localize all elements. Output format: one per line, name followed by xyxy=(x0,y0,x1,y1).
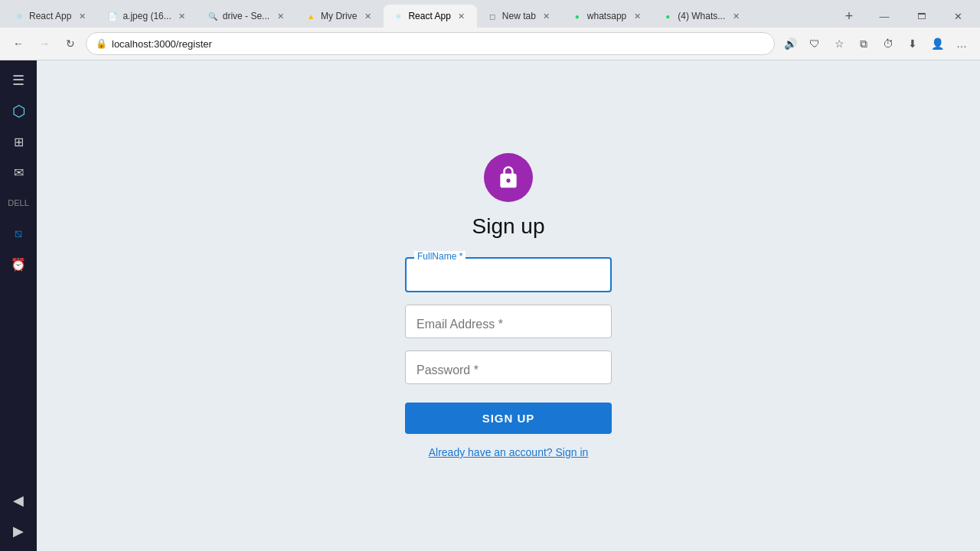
close-window-button[interactable]: ✕ xyxy=(940,5,975,27)
tab-favicon: ● xyxy=(572,11,583,21)
page-title: Sign up xyxy=(472,214,545,239)
signup-button[interactable]: SIGN UP xyxy=(405,403,612,434)
signin-link[interactable]: Already have an account? Sign in xyxy=(429,446,589,458)
sidebar-collapse-left[interactable]: ◀ xyxy=(5,487,32,514)
tab-favicon: 🔍 xyxy=(207,11,218,21)
tab-close-button[interactable]: ✕ xyxy=(361,10,374,22)
browser-shield-icon[interactable]: 🛡 xyxy=(804,33,825,54)
password-field-container xyxy=(405,350,612,384)
tab-close-button[interactable]: ✕ xyxy=(274,10,286,22)
browser-tab-react2[interactable]: ⚛ React App ✕ xyxy=(384,5,476,28)
dell-icon[interactable]: DELL xyxy=(5,189,32,217)
clock-icon[interactable]: ⏰ xyxy=(5,250,32,278)
maximize-button[interactable]: 🗖 xyxy=(903,5,939,27)
tab-title: React App xyxy=(29,11,71,21)
favorites-button[interactable]: ☆ xyxy=(828,33,850,54)
page-content: Sign up FullName * SIGN UP Already have … xyxy=(37,60,980,551)
tab-favicon: ⚛ xyxy=(393,11,403,21)
browser-tab-mydrive[interactable]: ▲ My Drive ✕ xyxy=(296,5,383,28)
sidebar-toggle-icon[interactable]: ☰ xyxy=(5,67,32,94)
browser-tab-newtab[interactable]: ◻ New tab ✕ xyxy=(478,5,562,28)
downloads-button[interactable]: ⬇ xyxy=(902,33,923,54)
tab-favicon: ⚛ xyxy=(14,11,24,21)
office-icon[interactable]: ⊞ xyxy=(5,128,32,155)
tab-title: whatsapp xyxy=(587,11,626,21)
tab-favicon: 📄 xyxy=(107,11,118,21)
tab-title: drive - Se... xyxy=(223,11,270,21)
tab-close-button[interactable]: ✕ xyxy=(631,10,643,22)
browser-tab-whatsapp2[interactable]: ● (4) Whats... ✕ xyxy=(653,5,751,28)
windows-sidebar: ☰ ⬡ ⊞ ✉ DELL ⧅ ⏰ ◀ ▶ xyxy=(0,60,37,551)
fullname-field-container: FullName * xyxy=(405,257,612,292)
tab-close-button[interactable]: ✕ xyxy=(456,10,468,22)
lock-icon: 🔒 xyxy=(96,38,107,49)
profile-button[interactable]: 👤 xyxy=(926,33,948,54)
browser-tab-drive-search[interactable]: 🔍 drive - Se... ✕ xyxy=(198,5,296,28)
tab-title: a.jpeg (16... xyxy=(122,11,171,21)
forward-button[interactable]: → xyxy=(34,33,55,54)
edge-icon[interactable]: ⬡ xyxy=(5,97,32,125)
tab-title: React App xyxy=(408,11,450,21)
back-button[interactable]: ← xyxy=(8,33,29,54)
vscode-icon[interactable]: ⧅ xyxy=(5,220,32,247)
tab-favicon: ● xyxy=(662,11,673,21)
collections-button[interactable]: ⧉ xyxy=(853,33,874,54)
read-aloud-button[interactable]: 🔊 xyxy=(779,33,801,54)
browser-tab-file1[interactable]: 📄 a.jpeg (16... ✕ xyxy=(98,5,197,28)
tab-bar: ⚛ React App ✕ 📄 a.jpeg (16... ✕ 🔍 drive … xyxy=(0,0,980,28)
signup-form-container: Sign up FullName * SIGN UP Already have … xyxy=(355,153,662,458)
browser-chrome: ⚛ React App ✕ 📄 a.jpeg (16... ✕ 🔍 drive … xyxy=(0,0,980,60)
lock-avatar xyxy=(484,153,533,202)
browser-tab-whatsapp[interactable]: ● whatsapp ✕ xyxy=(563,5,652,28)
mail-icon[interactable]: ✉ xyxy=(5,158,32,186)
email-field-container xyxy=(405,305,612,338)
browser-body: ☰ ⬡ ⊞ ✉ DELL ⧅ ⏰ ◀ ▶ Sign up FullName * xyxy=(0,60,980,551)
lock-icon-svg xyxy=(496,165,521,190)
tab-title: (4) Whats... xyxy=(678,11,725,21)
nav-right-icons: 🔊 🛡 ☆ ⧉ ⏱ ⬇ 👤 … xyxy=(779,33,972,54)
address-bar[interactable]: 🔒 localhost:3000/register xyxy=(86,32,775,55)
tab-close-button[interactable]: ✕ xyxy=(176,10,188,22)
history-button[interactable]: ⏱ xyxy=(877,33,899,54)
tab-favicon: ▲ xyxy=(305,11,316,21)
settings-button[interactable]: … xyxy=(951,33,972,54)
tab-title: New tab xyxy=(502,11,536,21)
browser-tab-react1[interactable]: ⚛ React App ✕ xyxy=(5,5,97,28)
email-input[interactable] xyxy=(405,305,612,338)
address-text: localhost:3000/register xyxy=(112,38,765,50)
tab-title: My Drive xyxy=(321,11,357,21)
password-input[interactable] xyxy=(405,350,612,384)
new-tab-button[interactable]: + xyxy=(838,5,860,27)
tab-favicon: ◻ xyxy=(487,11,498,21)
refresh-button[interactable]: ↻ xyxy=(60,33,81,54)
sidebar-collapse-right[interactable]: ▶ xyxy=(5,517,32,545)
fullname-input[interactable] xyxy=(405,257,612,292)
tab-close-button[interactable]: ✕ xyxy=(541,10,553,22)
minimize-button[interactable]: — xyxy=(867,5,902,27)
nav-bar: ← → ↻ 🔒 localhost:3000/register 🔊 🛡 ☆ ⧉ … xyxy=(0,28,980,60)
tab-close-button[interactable]: ✕ xyxy=(730,10,742,22)
tab-close-button[interactable]: ✕ xyxy=(76,10,88,22)
